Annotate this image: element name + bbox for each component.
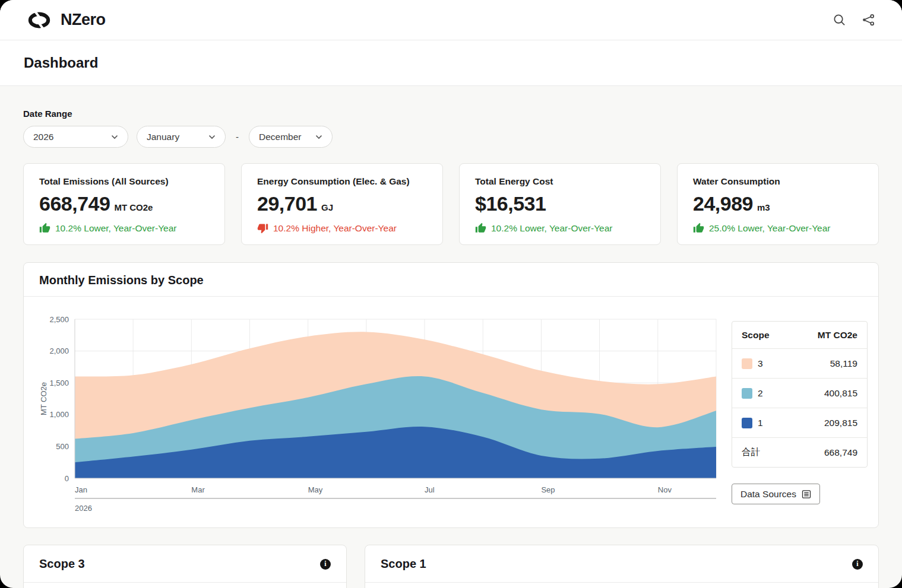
kpi-unit: GJ xyxy=(321,202,333,212)
kpi-delta: 10.2% Lower, Year-Over-Year xyxy=(39,223,209,234)
svg-text:2,000: 2,000 xyxy=(49,347,69,355)
scope-1-card-title: Scope 1 xyxy=(381,557,426,571)
start-month-select[interactable]: January xyxy=(137,126,226,148)
monthly-emissions-header: Monthly Emissions by Scope xyxy=(24,263,878,297)
kpi-value: 24,989 xyxy=(693,192,753,215)
kpi-delta: 10.2% Lower, Year-Over-Year xyxy=(475,223,645,234)
svg-text:1,000: 1,000 xyxy=(49,410,69,419)
chevron-down-icon xyxy=(208,135,216,139)
scope-1-card: Scope 1 i xyxy=(365,545,879,588)
legend-row-scope-1: 1 209,815 xyxy=(732,408,867,437)
data-sources-button[interactable]: Data Sources xyxy=(732,484,820,504)
nzero-logo-icon xyxy=(24,9,55,31)
info-icon[interactable]: i xyxy=(320,559,331,570)
stacked-area-chart[interactable]: 05001,0001,5002,0002,500MT CO2eJanMarMay… xyxy=(37,311,720,516)
scope-3-card-header: Scope 3 i xyxy=(24,545,346,583)
svg-text:Sep: Sep xyxy=(541,485,555,494)
legend-label-text: 3 xyxy=(758,358,763,369)
info-icon[interactable]: i xyxy=(852,559,863,570)
legend-value-text: 58,119 xyxy=(830,358,857,369)
scope-cards-row: Scope 3 i Scope 1 i xyxy=(23,545,879,588)
legend-row-total: 合計 668,749 xyxy=(732,437,867,467)
svg-text:500: 500 xyxy=(56,442,69,451)
chart-legend-column: Scope MT CO2e 3 58,119 2 400,815 1 xyxy=(732,311,868,516)
kpi-value: 668,749 xyxy=(39,192,110,215)
kpi-card-energy-cost: Total Energy Cost $16,531 10.2% Lower, Y… xyxy=(459,163,661,245)
monthly-emissions-body: 05001,0001,5002,0002,500MT CO2eJanMarMay… xyxy=(24,297,878,516)
chevron-down-icon xyxy=(315,135,322,139)
svg-text:May: May xyxy=(308,485,323,494)
svg-text:Jul: Jul xyxy=(425,485,435,494)
page-title: Dashboard xyxy=(24,55,98,71)
svg-text:2,500: 2,500 xyxy=(49,315,69,324)
scope-2-swatch xyxy=(742,388,752,399)
chevron-down-icon xyxy=(111,135,118,139)
svg-text:0: 0 xyxy=(65,474,69,483)
thumbs-down-icon xyxy=(257,223,268,234)
svg-text:Jan: Jan xyxy=(75,485,87,494)
kpi-title: Total Emissions (All Sources) xyxy=(39,176,209,187)
kpi-unit: m3 xyxy=(757,202,770,212)
scope-legend-table: Scope MT CO2e 3 58,119 2 400,815 1 xyxy=(732,321,868,468)
page-title-bar: Dashboard xyxy=(0,40,902,86)
svg-text:Mar: Mar xyxy=(191,485,205,494)
monthly-emissions-title: Monthly Emissions by Scope xyxy=(39,274,863,287)
top-bar: NZero xyxy=(0,0,902,40)
legend-row-scope-2: 2 400,815 xyxy=(732,378,867,408)
main-content: Date Range 2026 January - December Total… xyxy=(0,86,902,588)
scope-3-card: Scope 3 i xyxy=(23,545,347,588)
monthly-emissions-card: Monthly Emissions by Scope 05001,0001,50… xyxy=(23,262,879,528)
scope-1-swatch xyxy=(742,418,752,428)
scope-3-swatch xyxy=(742,358,752,369)
svg-text:1,500: 1,500 xyxy=(49,379,69,387)
end-month-select[interactable]: December xyxy=(249,126,333,148)
kpi-delta-text: 25.0% Lower, Year-Over-Year xyxy=(709,223,831,234)
topbar-actions xyxy=(833,13,875,27)
legend-header-row: Scope MT CO2e xyxy=(732,322,867,348)
kpi-card-energy-consumption: Energy Consumption (Elec. & Gas) 29,701G… xyxy=(241,163,443,245)
legend-label-text: 1 xyxy=(758,418,763,428)
legend-label-text: 2 xyxy=(758,388,763,399)
kpi-unit: MT CO2e xyxy=(114,202,153,212)
svg-text:MT CO2e: MT CO2e xyxy=(39,382,48,415)
kpi-delta: 10.2% Higher, Year-Over-Year xyxy=(257,223,427,234)
end-month-value: December xyxy=(259,132,302,142)
thumbs-up-icon xyxy=(475,223,486,234)
share-icon[interactable] xyxy=(862,13,875,27)
kpi-delta-text: 10.2% Lower, Year-Over-Year xyxy=(491,223,613,234)
legend-row-scope-3: 3 58,119 xyxy=(732,348,867,378)
thumbs-up-icon xyxy=(693,223,704,234)
nzero-logo[interactable]: NZero xyxy=(24,9,106,31)
start-month-value: January xyxy=(147,132,179,142)
kpi-delta: 25.0% Lower, Year-Over-Year xyxy=(693,223,863,234)
year-select[interactable]: 2026 xyxy=(23,126,128,148)
svg-text:2026: 2026 xyxy=(75,504,92,513)
kpi-card-water-consumption: Water Consumption 24,989m3 25.0% Lower, … xyxy=(677,163,879,245)
data-sources-label: Data Sources xyxy=(740,489,796,500)
legend-header-unit: MT CO2e xyxy=(818,330,857,341)
scope-3-card-title: Scope 3 xyxy=(39,557,85,571)
list-icon xyxy=(802,490,811,499)
legend-total-value: 668,749 xyxy=(824,447,857,458)
kpi-delta-text: 10.2% Lower, Year-Over-Year xyxy=(55,223,177,234)
range-separator: - xyxy=(236,132,239,142)
legend-total-label: 合計 xyxy=(742,446,760,459)
kpi-delta-text: 10.2% Higher, Year-Over-Year xyxy=(273,223,397,234)
thumbs-up-icon xyxy=(39,223,50,234)
kpi-title: Total Energy Cost xyxy=(475,176,645,187)
date-range-label: Date Range xyxy=(23,109,879,119)
search-icon[interactable] xyxy=(833,13,846,27)
svg-text:Nov: Nov xyxy=(658,485,672,494)
kpi-value: $16,531 xyxy=(475,192,546,215)
app-window: NZero Dashboard Date Range xyxy=(0,0,902,588)
kpi-value: 29,701 xyxy=(257,192,317,215)
date-range-filters: 2026 January - December xyxy=(23,126,879,148)
scope-1-card-header: Scope 1 i xyxy=(365,545,878,583)
kpi-title: Water Consumption xyxy=(693,176,863,187)
kpi-cards-row: Total Emissions (All Sources) 668,749MT … xyxy=(23,163,879,245)
year-select-value: 2026 xyxy=(33,132,53,142)
legend-value-text: 400,815 xyxy=(824,388,857,399)
legend-header-scope: Scope xyxy=(742,330,770,341)
kpi-title: Energy Consumption (Elec. & Gas) xyxy=(257,176,427,187)
kpi-card-total-emissions: Total Emissions (All Sources) 668,749MT … xyxy=(23,163,225,245)
